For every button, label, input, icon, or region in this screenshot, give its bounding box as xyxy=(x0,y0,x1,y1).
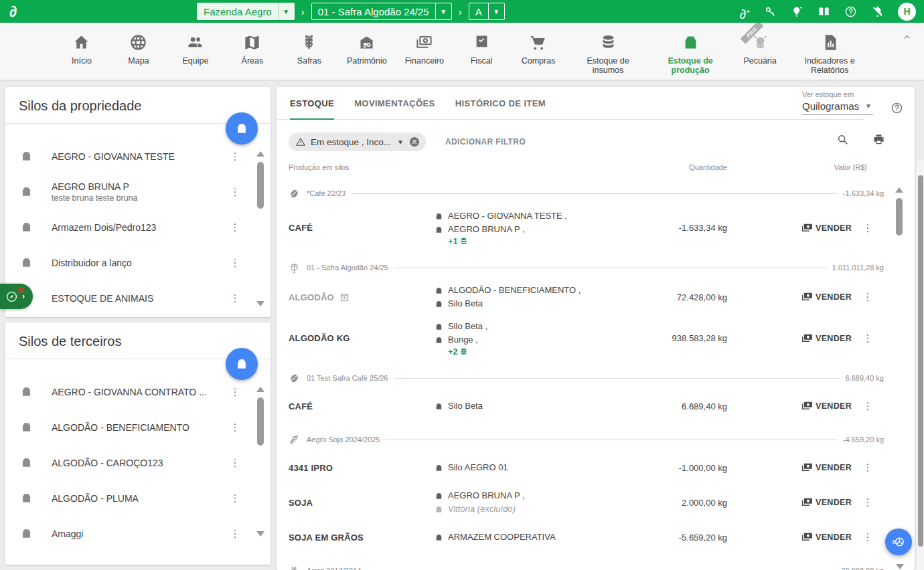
chevron-down-icon[interactable]: ▼ xyxy=(278,3,294,19)
more-options-icon[interactable]: ⋮ xyxy=(229,493,241,503)
scrollbar-thumb[interactable] xyxy=(257,397,264,446)
scroll-up-icon[interactable] xyxy=(256,151,264,157)
silo-icon xyxy=(435,533,443,542)
silo-locations: ARMAZEM COOPERATIVA xyxy=(435,531,615,544)
collapse-nav-icon[interactable] xyxy=(902,32,912,42)
scroll-down-icon[interactable] xyxy=(256,301,264,306)
own-silos-scrollbar[interactable] xyxy=(256,151,265,209)
add-third-party-silo-button[interactable] xyxy=(226,348,258,380)
more-options-icon[interactable]: ⋮ xyxy=(863,496,873,508)
sell-button[interactable]: VENDER xyxy=(800,290,852,304)
more-options-icon[interactable]: ⋮ xyxy=(863,531,873,543)
silo-list-item[interactable]: AEGRO - GIOVANNA CONTRATO ...⋮ xyxy=(5,374,271,409)
add-filter-button[interactable]: ADICIONAR FILTRO xyxy=(445,137,526,147)
nav-item-estoque-de-producao[interactable]: Estoque de produção xyxy=(658,31,722,75)
nav-item-indicadores-e-relatorios[interactable]: Indicadores e Relatórios xyxy=(797,31,862,75)
nav-item-patrimonio[interactable]: Patrimônio xyxy=(347,31,387,66)
sell-button[interactable]: VENDER xyxy=(800,496,852,509)
assistant-side-widget[interactable]: › xyxy=(0,284,33,309)
more-options-icon[interactable]: ⋮ xyxy=(863,222,873,233)
more-silos-chip[interactable]: +2 xyxy=(448,347,615,357)
clear-filter-icon[interactable] xyxy=(408,136,420,148)
nav-item-estoque-de-insumos[interactable]: Estoque de insumos xyxy=(576,31,640,75)
book-icon[interactable] xyxy=(818,5,830,18)
nav-item-financeiro[interactable]: Financeiro xyxy=(405,31,444,66)
silo-list-item[interactable]: Amaggi⋮ xyxy=(5,516,271,551)
scroll-up-icon[interactable] xyxy=(895,187,903,193)
farm-selector[interactable]: Fazenda Aegro ▼ xyxy=(197,3,295,20)
nav-item-label: Compras xyxy=(522,56,556,66)
sell-button[interactable]: VENDER xyxy=(800,221,852,235)
unit-select[interactable]: Ver estoque em Quilogramas ▼ xyxy=(802,90,873,115)
silo-list-item[interactable]: Distribuidor a lanço⋮ xyxy=(5,245,271,280)
nav-item-fiscal[interactable]: Fiscal xyxy=(462,31,501,66)
chevron-down-icon[interactable]: ▼ xyxy=(488,3,504,19)
page-scrollbar[interactable] xyxy=(917,161,924,570)
more-options-icon[interactable]: ⋮ xyxy=(229,422,241,432)
print-icon[interactable] xyxy=(872,133,885,146)
more-options-icon[interactable]: ⋮ xyxy=(229,293,241,303)
third-silos-scroll-down[interactable] xyxy=(256,531,265,537)
season-selector[interactable]: 01 - Safra Algodão 24/25 ▼ xyxy=(311,3,452,20)
more-options-icon[interactable]: ⋮ xyxy=(229,387,241,397)
more-options-icon[interactable]: ⋮ xyxy=(229,258,241,268)
silo-list-item[interactable]: ALGODÃO - CAROÇO123⋮ xyxy=(5,445,271,480)
third-silos-scrollbar[interactable] xyxy=(256,387,265,446)
chevron-down-icon[interactable]: ▼ xyxy=(397,138,404,146)
tab-historico-de-item[interactable]: HISTÓRICO DE ITEM xyxy=(455,87,546,119)
help-icon[interactable] xyxy=(844,5,857,18)
nav-item-pecuaria[interactable]: PROPecuária xyxy=(741,31,779,66)
more-options-icon[interactable]: ⋮ xyxy=(229,458,241,468)
more-options-icon[interactable]: ⋮ xyxy=(863,400,873,411)
silo-list-item[interactable]: Armazem Dois/Pedro123⋮ xyxy=(5,209,271,245)
notifications-off-icon[interactable] xyxy=(871,5,884,18)
nav-item-areas[interactable]: Áreas xyxy=(233,31,272,66)
more-silos-chip[interactable]: +1 xyxy=(448,236,615,246)
tab-movimentacoes[interactable]: MOVIMENTAÇÕES xyxy=(354,87,435,119)
more-options-icon[interactable]: ⋮ xyxy=(229,187,241,197)
silo-list-item[interactable]: ESTOQUE DE ANIMAIS⋮ xyxy=(5,280,271,316)
plot-selector[interactable]: A ▼ xyxy=(469,3,505,20)
more-options-icon[interactable]: ⋮ xyxy=(863,332,873,344)
sell-button[interactable]: VENDER xyxy=(800,461,852,474)
more-options-icon[interactable]: ⋮ xyxy=(863,462,873,473)
tab-estoque[interactable]: ESTOQUE xyxy=(290,87,334,119)
harvest-group-name: 01 - Safra Algodão 24/25 xyxy=(307,264,388,272)
active-filter-chip[interactable]: Em estoque , Inco... ▼ xyxy=(289,132,426,151)
chevron-down-icon[interactable]: ▼ xyxy=(435,3,451,19)
nav-item-mapa[interactable]: Mapa xyxy=(119,31,158,66)
silo-list-item[interactable]: ALGODÃO - BENEFICIAMENTO⋮ xyxy=(5,409,271,445)
lightbulb-plus-icon[interactable] xyxy=(791,5,803,18)
sell-button[interactable]: VENDER xyxy=(800,332,852,345)
aegro-plus-icon[interactable]: ∂+ xyxy=(740,5,750,18)
silo-list-item[interactable]: ALGODÃO - PLUMA⋮ xyxy=(5,480,271,516)
scrollbar-thumb[interactable] xyxy=(257,162,264,209)
harvest-group-name: Arroz 2013/2014 xyxy=(307,567,361,570)
scrollbar-thumb[interactable] xyxy=(918,175,923,547)
stock-scroll-down[interactable] xyxy=(896,564,904,569)
silo-list-item[interactable]: AEGRO BRUNA Pteste bruna teste bruna⋮ xyxy=(5,174,271,209)
stock-scrollbar[interactable] xyxy=(895,187,904,235)
help-icon[interactable] xyxy=(891,102,903,114)
key-icon[interactable] xyxy=(764,5,777,18)
more-options-icon[interactable]: ⋮ xyxy=(229,529,241,539)
nav-item-compras[interactable]: Compras xyxy=(519,31,558,66)
scroll-down-icon[interactable] xyxy=(896,564,904,569)
nav-item-inicio[interactable]: Início xyxy=(62,31,101,66)
quick-actions-fab[interactable] xyxy=(885,529,912,555)
scroll-up-icon[interactable] xyxy=(256,387,264,392)
silo-list-item[interactable]: AEGRO - GIOVANNA TESTE⋮ xyxy=(5,138,271,174)
scrollbar-thumb[interactable] xyxy=(896,198,903,235)
add-silo-button[interactable] xyxy=(226,112,258,145)
own-silos-scroll-down[interactable] xyxy=(256,301,265,306)
search-icon[interactable] xyxy=(836,133,849,146)
user-avatar[interactable]: H xyxy=(898,3,916,21)
more-options-icon[interactable]: ⋮ xyxy=(229,151,241,161)
sell-button[interactable]: VENDER xyxy=(800,399,852,413)
sell-button[interactable]: VENDER xyxy=(800,531,852,544)
nav-item-safras[interactable]: Safras xyxy=(290,31,329,66)
more-options-icon[interactable]: ⋮ xyxy=(863,291,873,302)
scroll-down-icon[interactable] xyxy=(256,531,264,537)
nav-item-equipe[interactable]: Equipe xyxy=(176,31,215,66)
more-options-icon[interactable]: ⋮ xyxy=(229,222,241,232)
